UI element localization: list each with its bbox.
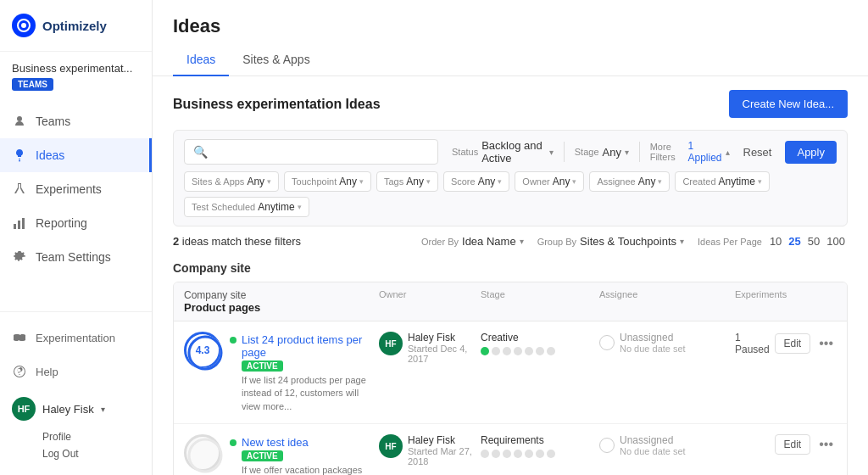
stage-dot: [492, 450, 500, 458]
create-idea-button[interactable]: Create New Idea...: [729, 90, 848, 118]
idea-main-2: New test idea ACTIVE If we offer vacatio…: [184, 434, 379, 475]
site-name: Product pages: [184, 301, 379, 314]
owner-filter[interactable]: Owner Any ▾: [515, 171, 584, 192]
touchpoint-filter[interactable]: Touchpoint Any ▾: [284, 171, 371, 192]
results-controls: Order By Idea Name ▾ Group By Sites & To…: [421, 235, 848, 248]
score-filter[interactable]: Score Any ▾: [443, 171, 509, 192]
stage-dot: [503, 450, 511, 458]
stage-filter[interactable]: Stage Any ▾: [575, 146, 629, 159]
more-menu-button-2[interactable]: •••: [815, 435, 837, 454]
status-badge-1: ACTIVE: [242, 360, 283, 372]
content-title: Business experimentation Ideas: [173, 97, 381, 112]
score-value: 4.3: [196, 344, 210, 356]
ideas-count: 2: [173, 235, 179, 248]
search-box[interactable]: 🔍: [184, 139, 438, 165]
sidebar-item-reporting-label: Reporting: [36, 216, 87, 230]
sidebar-item-team-settings[interactable]: Team Settings: [0, 240, 152, 274]
per-page-25[interactable]: 25: [786, 235, 803, 248]
filters-bar: 🔍 Status Backlog and Active ▾ Stage Any …: [173, 130, 848, 226]
site-header-row: Company site Product pages Owner Stage A…: [174, 282, 847, 321]
main-body: Business experimentation Ideas Create Ne…: [153, 76, 868, 475]
content-header: Business experimentation Ideas Create Ne…: [173, 90, 848, 118]
owner-name-1: Haley Fisk: [408, 332, 481, 344]
idea-main-1: 4.3 List 24 product items per page ACTIV…: [184, 332, 379, 413]
flask-icon: [12, 182, 27, 197]
help-icon: [12, 364, 27, 379]
chevron-down-icon: ▾: [549, 148, 554, 157]
search-input[interactable]: [213, 146, 429, 159]
sidebar-item-teams-label: Teams: [36, 115, 70, 128]
status-filter[interactable]: Status Backlog and Active ▾: [452, 139, 554, 165]
assignee-filter[interactable]: Assignee Any ▾: [589, 171, 670, 192]
row-actions-1: Edit •••: [775, 333, 837, 354]
stage-value: Any: [603, 146, 621, 159]
sidebar-item-reporting[interactable]: Reporting: [0, 206, 152, 240]
stage-dot: [503, 347, 511, 355]
sidebar-nav: Teams Ideas Experiments Reporting Team S…: [0, 101, 152, 311]
per-page-10[interactable]: 10: [767, 235, 784, 248]
score-circle-1: 4.3: [184, 332, 221, 369]
sidebar-bottom: Experimentation Help HF Haley Fisk ▾ Pro…: [0, 311, 152, 475]
page-title: Ideas: [173, 15, 848, 37]
owner-cell-2: HF Haley Fisk Started Mar 27, 2018: [379, 434, 481, 467]
tab-sites-apps[interactable]: Sites & Apps: [229, 46, 323, 76]
score-circle-2: [184, 434, 221, 472]
experiments-cell-2: Edit •••: [735, 434, 837, 455]
sidebar-item-ideas[interactable]: Ideas: [0, 138, 152, 172]
created-filter[interactable]: Created Anytime ▾: [675, 171, 770, 192]
assignee-radio-1: [599, 335, 615, 350]
match-text: ideas match these filters: [182, 235, 301, 248]
user-section[interactable]: HF Haley Fisk ▾: [0, 388, 152, 429]
status-value: Backlog and Active: [481, 139, 546, 165]
per-page-100[interactable]: 100: [824, 235, 848, 248]
reset-button[interactable]: Reset: [737, 141, 779, 164]
test-scheduled-filter[interactable]: Test Scheduled Anytime ▾: [184, 197, 309, 217]
sidebar-item-experiments-label: Experiments: [36, 182, 102, 196]
sidebar-item-help[interactable]: Help: [0, 355, 152, 388]
tags-filter[interactable]: Tags Any ▾: [376, 171, 438, 192]
user-name: Haley Fisk: [42, 403, 94, 416]
owner-avatar-1: HF: [379, 332, 403, 355]
sidebar-item-experimentation[interactable]: Experimentation: [0, 321, 152, 355]
chart-icon: [12, 215, 27, 231]
more-filters[interactable]: More Filters 1 Applied ▴: [650, 140, 730, 164]
avatar: HF: [12, 397, 36, 421]
sidebar-item-experiments[interactable]: Experiments: [0, 172, 152, 206]
idea-desc-1: If we list 24 products per page instead …: [242, 374, 379, 413]
account-section: Business experimentat... TEAMS: [0, 52, 152, 101]
main-header: Ideas Ideas Sites & Apps: [153, 0, 868, 76]
stage-dot: [547, 347, 555, 355]
search-icon: 🔍: [193, 145, 208, 159]
stage-dot: [525, 347, 533, 355]
more-menu-button-1[interactable]: •••: [815, 334, 837, 353]
group-title: Company site: [173, 258, 848, 275]
svg-point-7: [189, 439, 221, 472]
table-row: New test idea ACTIVE If we offer vacatio…: [174, 424, 847, 475]
assignee-name-1: Unassigned: [620, 332, 686, 344]
owner-name-2: Haley Fisk: [408, 434, 481, 446]
per-page-50[interactable]: 50: [805, 235, 822, 248]
logout-link[interactable]: Log Out: [42, 446, 140, 461]
sites-apps-filter[interactable]: Sites & Apps Any ▾: [184, 171, 279, 192]
group-by-control[interactable]: Group By Sites & Touchpoints ▾: [537, 235, 684, 248]
profile-link[interactable]: Profile: [42, 429, 140, 444]
apply-button[interactable]: Apply: [785, 141, 837, 164]
order-by-control[interactable]: Order By Idea Name ▾: [421, 235, 524, 248]
edit-button-1[interactable]: Edit: [775, 333, 811, 354]
logo-text: Optimizely: [42, 19, 107, 33]
stage-dot: [481, 347, 489, 355]
sidebar-item-teams[interactable]: Teams: [0, 104, 152, 138]
idea-content-1: List 24 product items per page ACTIVE If…: [242, 333, 379, 413]
owner-cell-1: HF Haley Fisk Started Dec 4, 2017: [379, 332, 481, 364]
main-content: Ideas Ideas Sites & Apps Business experi…: [153, 0, 868, 475]
chevron-down-icon: ▾: [625, 148, 629, 157]
edit-button-2[interactable]: Edit: [775, 434, 811, 455]
stage-dots-1: [481, 347, 599, 355]
idea-name-2[interactable]: New test idea: [242, 436, 379, 449]
experiments-cell-1: 1 Paused Edit •••: [735, 332, 837, 355]
idea-name-1[interactable]: List 24 product items per page: [242, 333, 379, 359]
tab-ideas[interactable]: Ideas: [173, 46, 229, 76]
svg-rect-3: [18, 221, 20, 229]
group-by-value: Sites & Touchpoints: [580, 235, 676, 248]
assignee-note-1: No due date set: [620, 344, 686, 354]
